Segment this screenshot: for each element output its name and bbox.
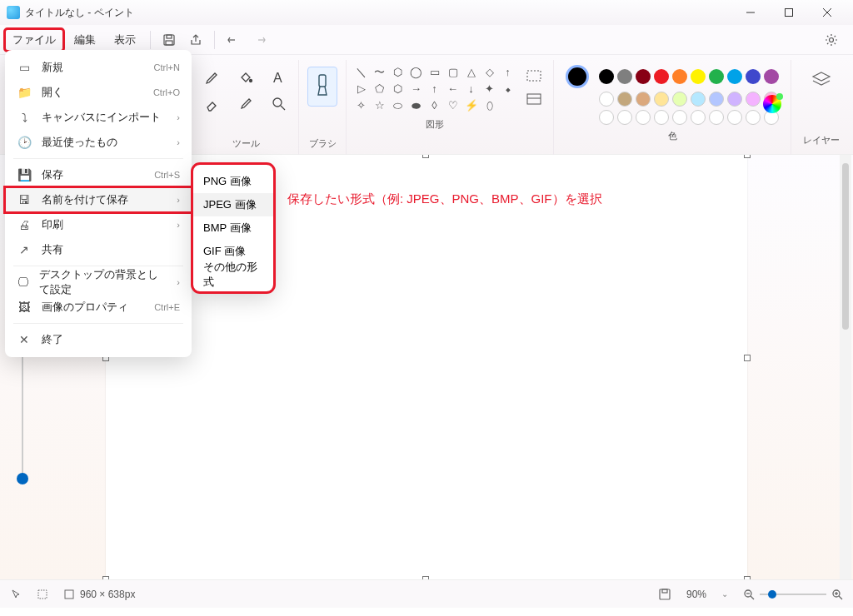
color-swatch[interactable]: [727, 92, 742, 107]
color-swatch[interactable]: [636, 92, 651, 107]
layers-icon[interactable]: [810, 70, 833, 90]
color-row-3: [599, 110, 779, 125]
zoom-dropdown-icon[interactable]: ⌄: [721, 589, 728, 599]
color-swatch[interactable]: [617, 92, 632, 107]
menu-item-exit[interactable]: ✕終了: [5, 327, 192, 352]
resize-handle[interactable]: [744, 576, 751, 579]
color-swatch[interactable]: [709, 69, 724, 84]
menu-file[interactable]: ファイル: [4, 28, 64, 52]
svg-rect-12: [319, 75, 326, 87]
zoom-in-icon[interactable]: [831, 589, 843, 600]
auto-save-icon[interactable]: [658, 588, 671, 601]
color-swatch[interactable]: [691, 92, 706, 107]
color-swatch-empty[interactable]: [617, 110, 632, 125]
menu-item-properties[interactable]: 🖼画像のプロパティCtrl+E: [5, 295, 192, 320]
vertical-scrollbar[interactable]: [840, 155, 851, 579]
color-swatch-empty[interactable]: [672, 110, 687, 125]
shape-outline-icon[interactable]: [523, 67, 545, 85]
resize-handle[interactable]: [422, 576, 429, 579]
color-wheel-icon[interactable]: [763, 95, 781, 113]
chevron-right-icon: ›: [177, 137, 180, 147]
resize-handle[interactable]: [744, 155, 751, 158]
color-swatch-empty[interactable]: [746, 110, 761, 125]
shape-fill-icon[interactable]: [523, 90, 545, 108]
pencil-icon[interactable]: [202, 67, 223, 88]
eraser-icon[interactable]: [202, 93, 223, 115]
color-swatch-empty[interactable]: [636, 110, 651, 125]
svg-point-7: [830, 37, 834, 42]
menu-edit[interactable]: 編集: [66, 28, 104, 52]
menu-item-open[interactable]: 📁開くCtrl+O: [5, 80, 192, 105]
brush-button[interactable]: [307, 67, 337, 107]
colors-label: 色: [668, 130, 677, 144]
shapes-grid[interactable]: ＼〜⬡◯▭▢△◇↑ ▷⬠⬡→↑←↓✦⬥ ✧☆⬭⬬◊♡⚡⬯: [355, 67, 515, 113]
save-as-bmp[interactable]: BMP 画像: [193, 216, 273, 240]
menu-separator: [214, 31, 215, 49]
color-swatch[interactable]: [672, 69, 687, 84]
color-swatch[interactable]: [599, 92, 614, 107]
menu-separator: [13, 323, 183, 324]
save-as-png[interactable]: PNG 画像: [193, 170, 273, 193]
resize-handle[interactable]: [422, 155, 429, 158]
share-icon[interactable]: [186, 30, 206, 50]
canvas-dimensions: 960 × 638px: [63, 589, 135, 600]
open-icon: 📁: [17, 86, 32, 99]
color-picker-icon[interactable]: [235, 93, 257, 115]
settings-icon[interactable]: [821, 30, 841, 50]
color-swatch[interactable]: [654, 92, 669, 107]
color-swatch[interactable]: [709, 92, 724, 107]
menu-item-share[interactable]: ↗共有: [5, 237, 192, 262]
color-swatch[interactable]: [691, 69, 706, 84]
menu-view[interactable]: 表示: [106, 28, 144, 52]
zoom-out-icon[interactable]: [743, 589, 755, 600]
menu-item-print[interactable]: 🖨印刷›: [5, 212, 192, 237]
menu-item-save-as[interactable]: 🖫名前を付けて保存›: [5, 187, 192, 212]
menu-item-new[interactable]: ▭新規Ctrl+N: [5, 55, 192, 80]
window-title: タイトルなし - ペイント: [25, 6, 134, 20]
color-swatch-empty[interactable]: [654, 110, 669, 125]
color-swatch[interactable]: [764, 69, 779, 84]
app-icon: [7, 6, 20, 19]
save-as-jpeg[interactable]: JPEG 画像: [193, 193, 273, 216]
undo-icon[interactable]: [223, 30, 243, 50]
resize-handle[interactable]: [102, 576, 109, 579]
color-swatch-empty[interactable]: [691, 110, 706, 125]
menu-item-import[interactable]: ⤵キャンバスにインポート›: [5, 105, 192, 130]
properties-icon: 🖼: [17, 301, 32, 314]
current-color-swatch[interactable]: [566, 65, 589, 88]
color-swatch[interactable]: [746, 69, 761, 84]
color-swatch[interactable]: [636, 69, 651, 84]
close-button[interactable]: [808, 0, 846, 25]
ribbon-colors-group: 色: [554, 60, 791, 155]
ribbon-brush-group: ブラシ: [299, 60, 347, 155]
color-swatch[interactable]: [672, 92, 687, 107]
color-swatch-empty[interactable]: [727, 110, 742, 125]
menu-item-wallpaper[interactable]: 🖵デスクトップの背景として設定›: [5, 270, 192, 295]
color-swatch[interactable]: [727, 69, 742, 84]
text-icon[interactable]: A: [268, 67, 290, 88]
minimize-button[interactable]: [731, 0, 770, 25]
zoom-slider[interactable]: [760, 589, 826, 600]
svg-rect-6: [166, 41, 172, 45]
svg-rect-17: [660, 589, 670, 599]
maximize-button[interactable]: [770, 0, 808, 25]
recent-icon: 🕑: [17, 136, 32, 149]
svg-rect-18: [662, 589, 667, 593]
menu-item-save[interactable]: 💾保存Ctrl+S: [5, 162, 192, 187]
menu-item-recent[interactable]: 🕑最近使ったもの›: [5, 130, 192, 155]
magnifier-icon[interactable]: [268, 93, 290, 115]
save-as-icon: 🖫: [17, 193, 32, 206]
save-as-other[interactable]: その他の形式: [193, 263, 273, 286]
color-swatch-empty[interactable]: [599, 110, 614, 125]
fill-icon[interactable]: [235, 67, 257, 88]
color-swatch[interactable]: [746, 92, 761, 107]
color-swatch-empty[interactable]: [709, 110, 724, 125]
resize-handle[interactable]: [744, 355, 751, 361]
new-icon: ▭: [17, 61, 32, 74]
redo-icon[interactable]: [250, 30, 270, 50]
save-icon[interactable]: [159, 30, 179, 50]
color-swatch[interactable]: [617, 69, 632, 84]
chevron-right-icon: ›: [177, 195, 180, 205]
color-swatch[interactable]: [654, 69, 669, 84]
color-swatch[interactable]: [599, 69, 614, 84]
